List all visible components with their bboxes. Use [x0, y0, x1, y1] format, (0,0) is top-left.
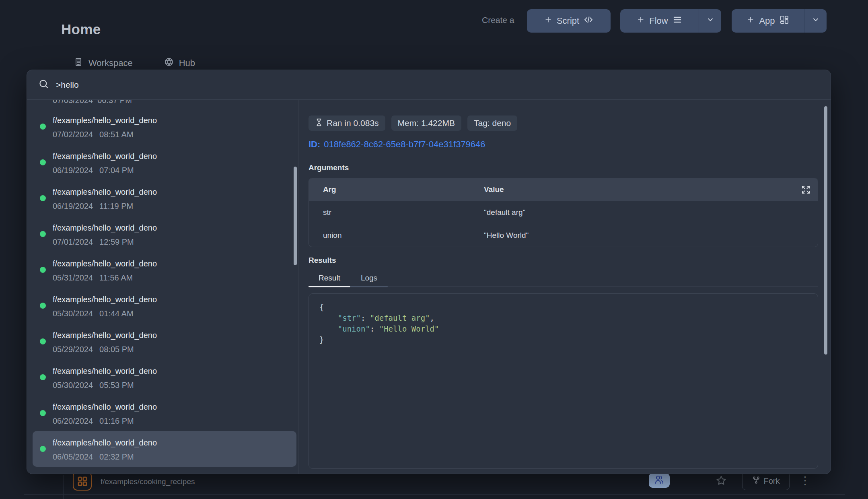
row-divider-line — [24, 494, 845, 495]
run-path: f/examples/hello_world_deno — [53, 366, 292, 376]
result-json-viewer: { "str": "default arg", "union": "Hello … — [309, 293, 818, 469]
run-item[interactable]: f/examples/hello_world_deno 07/01/202412… — [33, 216, 296, 252]
building-icon — [74, 57, 83, 69]
run-timestamp: 05/29/202408:05 PM — [53, 344, 292, 355]
run-item[interactable]: f/examples/hello_world_deno 05/30/202405… — [33, 359, 296, 395]
plus-icon — [747, 16, 755, 26]
result-json-code: { "str": "default arg", "union": "Hello … — [319, 302, 818, 345]
run-item[interactable]: f/examples/hello_world_deno 05/30/202401… — [33, 288, 296, 324]
chevron-down-icon — [706, 16, 714, 26]
expand-icon[interactable] — [801, 185, 810, 196]
run-item[interactable]: f/examples/hello_world_deno 06/19/202407… — [33, 144, 296, 180]
create-flow-button[interactable]: Flow — [620, 9, 699, 33]
page-title: Home — [61, 21, 101, 37]
tab-result[interactable]: Result — [309, 272, 350, 287]
run-date: 05/30/2024 — [53, 381, 93, 390]
run-clipped-date: 07/03/2024 06:37 PM — [53, 100, 132, 105]
tab-workspace[interactable]: Workspace — [74, 57, 133, 69]
code-line: "str": "default arg", — [319, 313, 818, 324]
item-path-cooking-recipes[interactable]: f/examples/cooking_recipes — [101, 477, 195, 486]
run-path: f/examples/hello_world_deno — [53, 115, 292, 126]
run-timestamp: 06/19/202411:19 PM — [53, 201, 292, 211]
page-tabs: Workspace Hub — [74, 57, 195, 69]
search-input[interactable]: >hello — [27, 70, 831, 100]
create-app-dropdown-button[interactable] — [804, 9, 827, 33]
kebab-menu-icon[interactable]: ⋮ — [800, 475, 810, 486]
tab-result-label: Result — [319, 274, 340, 282]
list-icon — [673, 15, 682, 27]
create-a-label: Create a — [482, 15, 514, 25]
tab-hub[interactable]: Hub — [164, 57, 195, 69]
run-timestamp: 06/20/202401:16 PM — [53, 416, 292, 426]
details-scrollbar[interactable] — [824, 106, 827, 355]
tab-hub-label: Hub — [179, 58, 195, 68]
favorite-star-icon[interactable] — [716, 475, 727, 488]
memory-badge-label: Mem: 1.422MB — [398, 118, 455, 128]
create-script-button[interactable]: Script — [527, 9, 611, 33]
search-icon — [38, 78, 49, 91]
command-palette-modal: >hello 07/03/2024 06:37 PM f/examples/he… — [27, 70, 831, 474]
create-flow-button-group: Flow — [620, 9, 721, 33]
run-date: 05/29/2024 — [53, 345, 93, 354]
run-path: f/examples/hello_world_deno — [53, 187, 292, 197]
search-query-text: >hello — [56, 80, 79, 90]
run-timestamp: 07/02/202408:51 AM — [53, 129, 292, 140]
app-root: Home Create a Script Flow App — [0, 0, 868, 499]
run-item-clipped[interactable]: 07/03/2024 06:37 PM — [53, 100, 298, 109]
run-timestamp: 05/30/202401:44 AM — [53, 308, 292, 319]
status-dot-success — [40, 374, 46, 380]
cell-arg: union — [309, 231, 484, 240]
run-date: 05/31/2024 — [53, 273, 93, 282]
run-date: 05/30/2024 — [53, 309, 93, 318]
run-time: 05:53 PM — [99, 381, 134, 390]
duration-badge-label: Ran in 0.083s — [327, 118, 379, 128]
create-app-button[interactable]: App — [732, 9, 804, 33]
layout-dashboard-icon — [780, 15, 789, 27]
runs-list-scrollbar[interactable] — [294, 167, 297, 265]
run-id-label: ID: — [309, 139, 320, 149]
header-arg: Arg — [309, 185, 484, 194]
cell-value: "Hello World" — [484, 231, 818, 240]
run-time: 01:44 AM — [99, 309, 134, 318]
run-item[interactable]: f/examples/hello_world_deno 05/31/202411… — [33, 252, 296, 288]
tab-logs-label: Logs — [361, 274, 377, 282]
run-item[interactable]: f/examples/hello_world_deno 06/19/202411… — [33, 180, 296, 216]
run-timestamp: 05/30/202405:53 PM — [53, 380, 292, 390]
create-app-label: App — [759, 16, 775, 26]
runs-list-items: f/examples/hello_world_deno 07/02/202408… — [27, 109, 298, 467]
run-path: f/examples/hello_world_deno — [53, 330, 292, 340]
run-path: f/examples/hello_world_deno — [53, 437, 292, 448]
tab-logs[interactable]: Logs — [350, 272, 388, 287]
fork-button[interactable]: Fork — [742, 472, 790, 490]
results-label: Results — [309, 256, 336, 265]
modal-body: 07/03/2024 06:37 PM f/examples/hello_wor… — [27, 100, 831, 474]
status-dot-success — [40, 410, 46, 416]
run-item[interactable]: f/examples/hello_world_deno 06/05/202402… — [33, 431, 296, 467]
run-timestamp: 06/05/202402:32 PM — [53, 452, 292, 462]
run-item[interactable]: f/examples/hello_world_deno 07/02/202408… — [33, 109, 296, 144]
run-timestamp: 05/31/202411:56 AM — [53, 272, 292, 283]
duration-badge: Ran in 0.083s — [309, 115, 385, 131]
tab-workspace-label: Workspace — [88, 58, 133, 68]
run-item[interactable]: f/examples/hello_world_deno 06/20/202401… — [33, 395, 296, 431]
tab-result-underline — [309, 286, 350, 287]
create-script-label: Script — [557, 16, 579, 26]
arguments-table-header: Arg Value — [309, 178, 818, 201]
run-time: 11:19 PM — [99, 202, 133, 210]
run-time: 02:32 PM — [99, 452, 134, 461]
shared-users-badge[interactable] — [649, 473, 670, 488]
run-id-link[interactable]: ID:018fe862-8c62-65e8-b7f7-04e31f379646 — [309, 139, 485, 150]
chevron-down-icon — [812, 16, 820, 26]
tag-badge: Tag: deno — [467, 115, 517, 131]
run-date: 06/05/2024 — [53, 452, 93, 461]
run-path: f/examples/hello_world_deno — [53, 223, 292, 233]
create-flow-dropdown-button[interactable] — [699, 9, 721, 33]
code-line: "union": "Hello World" — [319, 324, 818, 334]
create-flow-label: Flow — [649, 16, 668, 26]
status-dot-success — [40, 303, 46, 309]
run-date: 06/20/2024 — [53, 417, 93, 425]
run-item[interactable]: f/examples/hello_world_deno 05/29/202408… — [33, 324, 296, 359]
arguments-table-row: str "default arg" — [309, 201, 818, 224]
tag-badge-label: Tag: deno — [474, 118, 511, 128]
git-fork-icon — [752, 476, 760, 486]
